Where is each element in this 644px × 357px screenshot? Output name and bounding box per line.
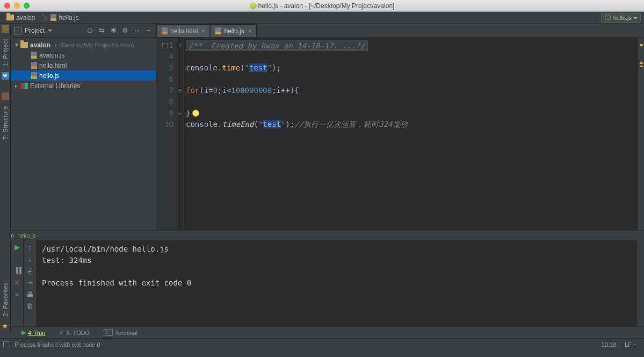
tree-file-label: hello.html [39, 62, 67, 69]
folder-icon [20, 42, 28, 48]
tooltab-run[interactable]: ▶ 4: Run [18, 328, 48, 338]
project-tool-label[interactable]: 1: Project [2, 34, 9, 70]
breadcrumb-file[interactable]: hello.js [38, 12, 82, 23]
soft-wrap-button[interactable]: ↲ [26, 266, 34, 275]
tree-ext-label: External Libraries [30, 82, 80, 90]
breadcrumb-file-label: hello.js [59, 14, 78, 22]
html-file-icon [31, 62, 37, 69]
rerun-button[interactable]: ▶ [13, 242, 21, 251]
close-button[interactable]: ✕ [13, 278, 21, 287]
project-tree: ▼ avalon (~/Desktop/My Project/avalon) a… [11, 38, 156, 93]
run-header: Run hello.js [0, 231, 644, 240]
app-icon [248, 1, 257, 10]
project-view-icon[interactable] [14, 27, 21, 34]
window-title: hello.js - avalon - [~/Desktop/My Projec… [0, 2, 644, 10]
tree-file-hellohtml[interactable]: hello.html [11, 60, 156, 70]
clear-button[interactable]: 🗑 [26, 302, 34, 310]
line-number[interactable]: 8 [157, 96, 173, 108]
tree-file-hellojs[interactable]: hello.js [11, 70, 156, 81]
line-number[interactable]: 1 [157, 40, 173, 51]
scroll-to-end-button[interactable]: ⇥ [26, 278, 34, 287]
warning-marker[interactable] [640, 62, 643, 64]
fold-open-icon[interactable]: ⊟ [177, 85, 183, 96]
console-line: test: 324ms [42, 256, 92, 265]
project-header: Project ⊙ ⇆ ✱ ⚙ ↔ − [11, 24, 156, 38]
run-console[interactable]: /usr/local/bin/node hello.js test: 324ms… [37, 240, 636, 326]
pause-button[interactable] [13, 266, 21, 275]
titlebar: hello.js - avalon - [~/Desktop/My Projec… [0, 0, 644, 12]
tree-file-avalon[interactable]: avalon.js [11, 50, 156, 60]
line-number[interactable]: 4 [157, 51, 173, 62]
fold-close-icon[interactable]: ⊟ [177, 108, 183, 119]
line-number[interactable]: 10 [157, 119, 173, 130]
status-bar: Process finished with exit code 0 10:18 … [0, 338, 644, 350]
gear-icon[interactable]: ⚙ [121, 26, 129, 35]
stop-button[interactable] [13, 254, 21, 263]
resize-icon[interactable]: ↔ [133, 26, 141, 35]
caret-position[interactable]: 10:18 [597, 341, 621, 348]
close-icon[interactable]: × [201, 27, 205, 35]
down-button[interactable]: ↓ [26, 254, 34, 263]
intention-bulb-icon[interactable] [192, 110, 199, 117]
ws-tool-icon[interactable]: W [2, 72, 9, 80]
hide-icon[interactable]: − [144, 26, 153, 35]
line-number[interactable]: 7 [157, 85, 173, 96]
run-body: ▶ ✕ » ↑ ↓ ↲ ⇥ 🖶 🗑 /usr/local/bin/node he… [0, 240, 644, 326]
fold-icon[interactable]: ⊞ [177, 40, 183, 51]
nav-bar: avalon hello.js hello.js [0, 12, 644, 24]
collapse-icon[interactable]: ⇆ [97, 26, 106, 35]
editor-tabs: hello.html × hello.js × [157, 24, 644, 38]
project-dropdown-icon[interactable] [48, 30, 52, 34]
terminal-icon: >_ [104, 329, 113, 336]
project-tool-icon[interactable] [2, 25, 9, 33]
js-file-icon [50, 14, 56, 21]
main-row: 1: Project W 7: Structure Project ⊙ ⇆ ✱ … [0, 24, 644, 230]
console-line: Process finished with exit code 0 [42, 279, 191, 287]
tooltab-terminal[interactable]: >_ Terminal [100, 328, 141, 338]
warning-marker[interactable] [640, 66, 643, 67]
nav-members-dropdown[interactable]: hello.js [601, 13, 641, 23]
settings-icon[interactable]: ✱ [109, 26, 118, 35]
tree-root[interactable]: ▼ avalon (~/Desktop/My Project/avalon) [11, 40, 156, 50]
breadcrumb-root[interactable]: avalon [3, 12, 38, 23]
folder-icon [6, 15, 14, 20]
print-button[interactable]: 🖶 [26, 290, 34, 298]
close-icon[interactable]: × [248, 27, 252, 35]
favorites-tool-strip: 2: Favorites ★ [0, 230, 11, 333]
tooltab-label: 4: Run [28, 330, 45, 336]
folded-block[interactable]: /** Created by hwax on 14-10-17. ...*/ [186, 40, 368, 51]
line-number[interactable]: 6 [157, 74, 173, 85]
libraries-icon [20, 83, 28, 89]
scroll-from-source-icon[interactable]: ⊙ [85, 26, 94, 35]
warning-marker[interactable] [640, 44, 643, 46]
tab-hellohtml[interactable]: hello.html × [157, 24, 210, 37]
pin-button[interactable]: » [13, 290, 21, 298]
run-scrollbar[interactable] [636, 240, 644, 326]
chevron-right-icon[interactable]: ▸ [14, 83, 18, 89]
html-file-icon [162, 27, 168, 34]
line-separator[interactable]: LF ÷ [620, 341, 641, 348]
js-file-icon [215, 27, 221, 34]
fold-column[interactable]: ⊞ ⊟ ⊟ [177, 38, 184, 230]
tooltab-label: 6: TODO [66, 330, 90, 336]
play-icon: ▶ [21, 329, 26, 336]
editor-scrollbar[interactable] [638, 38, 644, 230]
tooltab-todo[interactable]: ✓ 6: TODO [56, 328, 93, 338]
star-icon[interactable]: ★ [2, 322, 9, 330]
line-number[interactable]: 5 [157, 62, 173, 74]
structure-tool-label[interactable]: 7: Structure [2, 102, 9, 144]
favorites-tool-label[interactable]: 2: Favorites [2, 278, 9, 320]
tree-external-libs[interactable]: ▸ External Libraries [11, 81, 156, 91]
project-sidebar: Project ⊙ ⇆ ✱ ⚙ ↔ − ▼ avalon (~/Desktop/… [11, 24, 157, 230]
js-file-icon [31, 52, 37, 59]
chevron-down-icon[interactable]: ▼ [14, 42, 18, 48]
status-icon[interactable] [3, 341, 10, 347]
window-title-text: hello.js - avalon - [~/Desktop/My Projec… [258, 2, 395, 10]
up-button[interactable]: ↑ [26, 242, 34, 251]
code-area[interactable]: 1 4 5 6 7 8 9 10 ⊞ ⊟ ⊟ /** Created by hw… [157, 38, 644, 230]
structure-tool-icon[interactable] [2, 92, 9, 100]
code-body[interactable]: /** Created by hwax on 14-10-17. ...*/ c… [184, 38, 638, 230]
line-number[interactable]: 9 [157, 108, 173, 119]
gutter[interactable]: 1 4 5 6 7 8 9 10 [157, 38, 177, 230]
tab-hellojs[interactable]: hello.js × [211, 24, 256, 37]
